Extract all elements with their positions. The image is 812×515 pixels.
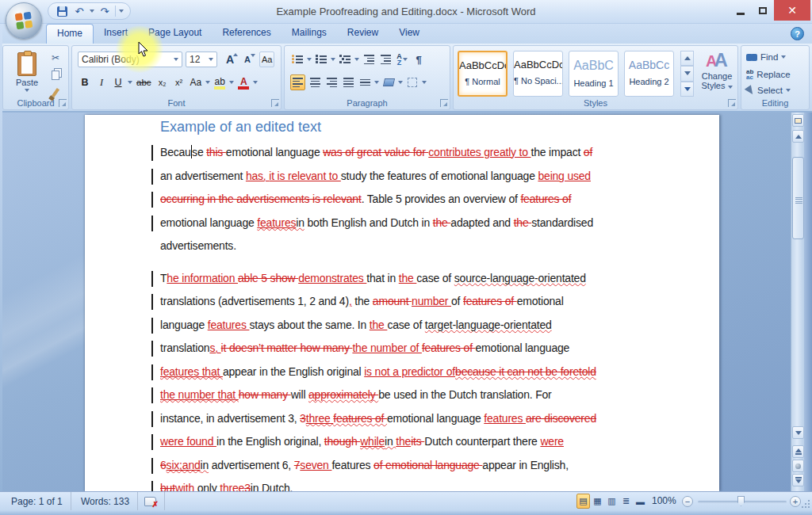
strikethrough-button[interactable]: abc xyxy=(135,74,153,90)
find-button[interactable]: Find xyxy=(746,52,786,62)
copy-button[interactable] xyxy=(48,68,63,82)
paste-dropdown[interactable] xyxy=(25,89,29,92)
document-line[interactable]: language features stays about the same. … xyxy=(160,314,668,338)
shrink-font-button[interactable]: A xyxy=(240,52,255,67)
outline-view-button[interactable]: ≣ xyxy=(619,494,633,509)
change-case-button[interactable]: Aa xyxy=(189,74,204,90)
styles-scroll-down-button[interactable] xyxy=(680,66,694,81)
document-line[interactable]: butwith only three3in Dutch. xyxy=(160,477,668,491)
numbering-dropdown[interactable] xyxy=(331,58,335,61)
document-line[interactable]: features that appear in the English orig… xyxy=(160,360,668,384)
paste-button[interactable]: Paste xyxy=(10,51,44,98)
proofing-status-button[interactable]: ✗ xyxy=(136,492,165,511)
tab-home[interactable]: Home xyxy=(46,24,94,44)
bullets-button[interactable] xyxy=(290,52,304,67)
align-right-button[interactable] xyxy=(324,74,339,90)
scroll-down-button[interactable] xyxy=(792,426,804,439)
font-dialog-launcher[interactable] xyxy=(271,99,279,107)
highlight-color-button[interactable]: ab xyxy=(213,74,227,90)
justify-button[interactable] xyxy=(341,74,355,90)
align-center-button[interactable] xyxy=(308,74,322,90)
word-count-indicator[interactable]: Words: 133 xyxy=(73,492,138,511)
zoom-out-button[interactable]: − xyxy=(682,496,693,507)
select-button[interactable]: Select xyxy=(746,86,791,95)
minimize-button[interactable] xyxy=(730,0,752,21)
previous-page-button[interactable] xyxy=(792,445,804,458)
align-left-button[interactable] xyxy=(290,74,305,90)
font-size-combo[interactable]: 12 xyxy=(186,52,217,67)
tab-view[interactable]: View xyxy=(389,24,430,44)
decrease-indent-button[interactable] xyxy=(362,52,376,67)
office-button[interactable] xyxy=(6,2,42,39)
help-button[interactable]: ? xyxy=(791,27,804,40)
window-resize-grip[interactable] xyxy=(800,498,810,508)
numbering-button[interactable] xyxy=(314,52,328,67)
styles-more-button[interactable] xyxy=(680,82,694,97)
document-line[interactable]: 6six;andin advertisement 6, 7seven featu… xyxy=(160,454,668,478)
subscript-button[interactable]: x₂ xyxy=(155,74,170,90)
document-line[interactable]: the number that how many will approximat… xyxy=(160,383,668,407)
select-browse-object-button[interactable] xyxy=(792,460,804,472)
line-spacing-button[interactable] xyxy=(358,74,372,90)
change-case-dropdown[interactable] xyxy=(205,81,210,84)
style-card-heading-1[interactable]: AaBbCHeading 1 xyxy=(569,51,619,97)
italic-button[interactable]: I xyxy=(94,74,109,90)
clipboard-dialog-launcher[interactable] xyxy=(59,99,67,107)
line-spacing-dropdown[interactable] xyxy=(374,81,379,84)
clear-formatting-button[interactable]: Aa xyxy=(259,52,274,67)
font-color-dropdown[interactable] xyxy=(253,81,258,84)
next-page-button[interactable] xyxy=(792,474,804,486)
style-card-no-spaci[interactable]: AaBbCcDc¶ No Spaci... xyxy=(513,51,563,97)
cut-button[interactable]: ✂ xyxy=(48,51,63,65)
borders-dropdown[interactable] xyxy=(422,81,427,84)
document-line[interactable]: Because this emotional language was of g… xyxy=(160,141,668,165)
close-button[interactable]: ✕ xyxy=(774,0,810,21)
multilevel-list-dropdown[interactable] xyxy=(354,58,359,61)
zoom-level[interactable]: 100% xyxy=(652,495,676,506)
style-card-normal[interactable]: AaBbCcDc¶ Normal xyxy=(458,51,508,97)
draft-view-button[interactable]: ▬ xyxy=(634,494,647,509)
document-line[interactable]: translations, it doesn’t matter how many… xyxy=(160,337,668,360)
tab-mailings[interactable]: Mailings xyxy=(282,24,337,44)
multilevel-list-button[interactable] xyxy=(338,52,352,67)
document-page[interactable]: Example of an edited text Because this e… xyxy=(85,115,719,491)
tab-insert[interactable]: Insert xyxy=(94,24,138,44)
font-color-button[interactable]: A xyxy=(236,74,251,90)
tab-references[interactable]: References xyxy=(212,24,281,44)
full-screen-reading-button[interactable]: ▦ xyxy=(591,494,604,509)
document-line[interactable]: The information able 5 show demonstrates… xyxy=(160,267,668,291)
tab-review[interactable]: Review xyxy=(337,24,389,44)
show-hide-marks-button[interactable]: ¶ xyxy=(412,52,426,67)
tab-page-layout[interactable]: Page Layout xyxy=(138,24,212,44)
sort-button[interactable]: AZ xyxy=(395,52,409,67)
grow-font-button[interactable]: A xyxy=(223,52,237,67)
style-card-heading-2[interactable]: AaBbCcHeading 2 xyxy=(624,51,674,97)
bullets-dropdown[interactable] xyxy=(307,58,312,61)
shading-dropdown[interactable] xyxy=(398,81,403,84)
document-line[interactable]: were found in the English original, thou… xyxy=(160,430,668,454)
superscript-button[interactable]: x² xyxy=(172,74,186,90)
underline-button[interactable]: U xyxy=(111,74,125,90)
change-styles-button[interactable]: AA Change Styles xyxy=(696,49,737,100)
maximize-button[interactable] xyxy=(752,0,774,21)
shading-button[interactable] xyxy=(381,74,396,90)
scroll-up-button[interactable] xyxy=(792,130,804,143)
font-name-combo[interactable]: Calibri (Body) xyxy=(78,52,182,67)
vertical-scrollbar[interactable] xyxy=(791,113,804,491)
paragraph-dialog-launcher[interactable] xyxy=(440,99,448,107)
zoom-in-button[interactable]: + xyxy=(790,496,801,507)
borders-button[interactable] xyxy=(405,74,419,90)
replace-button[interactable]: abac Replace xyxy=(746,69,791,80)
highlight-dropdown[interactable] xyxy=(229,81,234,84)
bold-button[interactable]: B xyxy=(78,74,92,90)
increase-indent-button[interactable] xyxy=(378,52,393,67)
styles-scroll-up-button[interactable] xyxy=(680,51,694,66)
zoom-slider-thumb[interactable] xyxy=(737,496,745,506)
page-count-indicator[interactable]: Page: 1 of 1 xyxy=(3,492,71,511)
view-ruler-button[interactable] xyxy=(792,114,804,127)
document-line[interactable]: advertisements. xyxy=(160,235,668,258)
document-line[interactable]: an advertisement has, it is relevant to … xyxy=(160,165,668,189)
scrollbar-thumb[interactable] xyxy=(792,157,804,239)
underline-dropdown[interactable] xyxy=(128,81,132,84)
document-line[interactable]: occurring in the advertisements is relev… xyxy=(160,188,668,212)
